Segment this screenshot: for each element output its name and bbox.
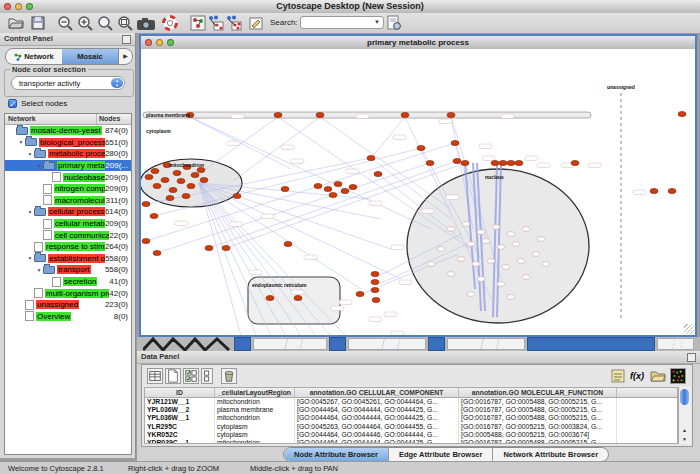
graph-node[interactable]	[532, 252, 540, 257]
graph-node[interactable]	[497, 282, 505, 287]
table-row[interactable]: YJR121W__1mitochondrion[GO:0045267, GO:0…	[145, 398, 677, 406]
graph-node[interactable]	[266, 295, 274, 300]
graph-node[interactable]	[356, 291, 364, 296]
zoom-fit-icon[interactable]	[97, 15, 113, 31]
table-vscrollbar[interactable]: ▲ ▼	[678, 387, 691, 444]
graph-node[interactable]	[142, 201, 150, 206]
graph-node[interactable]	[316, 112, 324, 117]
unselect-attributes-icon[interactable]	[201, 368, 213, 384]
annotation-icon[interactable]	[248, 15, 264, 31]
graph-node[interactable]	[314, 183, 322, 188]
disclosure-triangle-icon[interactable]: ▼	[26, 255, 34, 261]
graph-node[interactable]	[537, 237, 545, 242]
zoom-selected-icon[interactable]	[117, 15, 133, 31]
table-row[interactable]: YPL036W__1mitochondrion[GO:0044464, GO:0…	[145, 414, 677, 422]
graph-node[interactable]	[274, 112, 282, 117]
graph-node[interactable]	[200, 177, 208, 182]
graph-node[interactable]	[678, 111, 686, 116]
disclosure-triangle-icon[interactable]: ▼	[17, 139, 25, 145]
column-header[interactable]: ID	[145, 388, 215, 397]
graph-node[interactable]	[522, 275, 530, 280]
disclosure-triangle-icon[interactable]: ▼	[35, 163, 43, 169]
disclosure-triangle-icon[interactable]: ▼	[35, 267, 43, 273]
graph-node[interactable]	[487, 259, 495, 264]
graph-node[interactable]	[153, 250, 161, 255]
resize-grip[interactable]	[684, 324, 694, 334]
apply-layout-2-icon[interactable]	[226, 15, 242, 31]
graph-node[interactable]	[205, 245, 213, 250]
graph-node[interactable]	[512, 242, 520, 247]
graph-node[interactable]	[426, 160, 434, 165]
table-row[interactable]: YKR052Ccytoplasm[GO:0044464, GO:0044446,…	[145, 431, 677, 439]
graph-node[interactable]	[492, 225, 500, 230]
tree-row[interactable]: ▼cellular process614(0)	[5, 206, 131, 218]
minimize-view-icon[interactable]	[156, 39, 163, 46]
graph-node[interactable]	[650, 188, 658, 193]
tree-row[interactable]: ▼biological_process651(0)	[5, 137, 131, 149]
node-color-dropdown[interactable]: transporter activity ▲▼	[11, 76, 125, 90]
tab-node-attribute-browser[interactable]: Node Attribute Browser	[284, 448, 389, 461]
save-icon[interactable]	[30, 15, 46, 31]
graph-node[interactable]	[150, 213, 158, 218]
tab-network[interactable]: Network	[6, 49, 62, 64]
open-file-icon[interactable]	[8, 15, 24, 31]
graph-node[interactable]	[222, 245, 230, 250]
search-options-icon[interactable]	[386, 15, 402, 31]
table-row[interactable]: YDR039C__1mitochondrion[GO:0044464, GO:0…	[145, 439, 677, 444]
graph-node[interactable]	[668, 188, 676, 193]
graph-node[interactable]	[371, 271, 379, 276]
background-window-thumbnail[interactable]	[657, 338, 694, 350]
graph-node[interactable]	[451, 140, 459, 145]
graph-node[interactable]	[571, 160, 579, 165]
graph-node[interactable]	[374, 171, 382, 176]
tab-overflow-arrow-icon[interactable]: ▶	[118, 49, 132, 64]
tree-row[interactable]: multi-organism pro42(0)	[5, 287, 131, 299]
graph-node[interactable]	[329, 192, 337, 197]
tree-row[interactable]: unassigned223(0)	[5, 299, 131, 311]
dropdown-stepper-icon[interactable]: ▲▼	[111, 78, 123, 88]
zoom-out-icon[interactable]	[57, 15, 73, 31]
graph-node[interactable]	[467, 242, 475, 247]
graph-node[interactable]	[142, 238, 150, 243]
tree-row[interactable]: response to stimul264(0)	[5, 241, 131, 253]
graph-node[interactable]	[542, 262, 550, 267]
apply-layout-1-icon[interactable]	[208, 15, 224, 31]
create-attribute-icon[interactable]	[165, 368, 181, 384]
graph-node[interactable]	[427, 262, 435, 267]
background-window-thumbnail[interactable]	[348, 338, 426, 350]
float-panel-icon[interactable]	[122, 35, 131, 44]
column-header[interactable]: annotation.GO MOLECULAR_FUNCTION	[459, 388, 617, 397]
column-header[interactable]: annotation.GO CELLULAR_COMPONENT	[295, 388, 459, 397]
graph-node[interactable]	[453, 158, 461, 163]
graph-node[interactable]	[447, 227, 455, 232]
network-window-titlebar[interactable]: primary metabolic process	[141, 36, 695, 50]
graph-node[interactable]	[517, 259, 525, 264]
graph-node[interactable]	[522, 227, 530, 232]
close-window-icon[interactable]	[4, 3, 11, 10]
graph-node[interactable]	[151, 168, 159, 173]
select-attributes-icon[interactable]	[183, 368, 199, 384]
graph-node[interactable]	[371, 279, 379, 284]
graph-node[interactable]	[417, 145, 425, 150]
tree-row[interactable]: ▼primary metabo209(...	[5, 160, 131, 172]
graph-node[interactable]	[233, 193, 241, 198]
graph-node[interactable]	[502, 265, 510, 270]
select-nodes-checkbox[interactable]: ✓	[8, 99, 17, 108]
graph-node[interactable]	[161, 177, 169, 182]
graph-node[interactable]	[491, 160, 499, 165]
column-header[interactable]: _cellularLayoutRegion	[215, 388, 295, 397]
table-row[interactable]: YPL036W__2plasma membrane[GO:0044464, GO…	[145, 406, 677, 414]
tab-edge-attribute-browser[interactable]: Edge Attribute Browser	[389, 448, 493, 461]
float-data-panel-icon[interactable]	[687, 353, 696, 362]
graph-node[interactable]	[166, 195, 174, 200]
network-canvas-svg[interactable]: plasma membranecytoplasmmitochondrionnuc…	[141, 49, 695, 335]
background-window-edge[interactable]	[234, 337, 251, 351]
graph-node[interactable]	[341, 188, 349, 193]
background-window-edge[interactable]	[428, 337, 445, 351]
graph-node[interactable]	[507, 160, 515, 165]
table-row[interactable]: YLR295Ccytoplasm[GO:0045263, GO:0044464,…	[145, 423, 677, 431]
graph-node[interactable]	[477, 230, 485, 235]
tree-row[interactable]: nitrogen compo209(0)	[5, 183, 131, 195]
graph-node[interactable]	[515, 160, 523, 165]
disclosure-triangle-icon[interactable]: ▼	[26, 209, 34, 215]
